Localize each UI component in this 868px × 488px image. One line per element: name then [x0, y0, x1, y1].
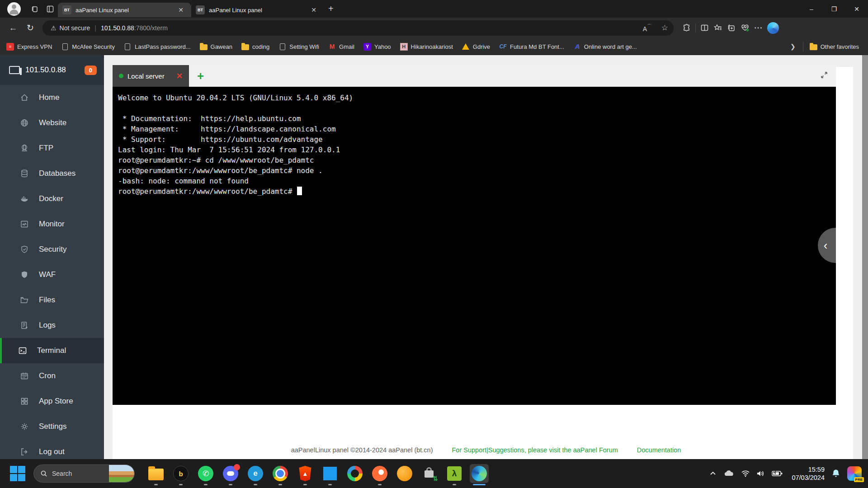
- logs-icon: [20, 321, 29, 330]
- documentation-link[interactable]: Documentation: [637, 446, 681, 454]
- favorite-star-icon[interactable]: ☆: [661, 23, 668, 33]
- back-button[interactable]: ←: [5, 20, 22, 36]
- chrome-icon[interactable]: [271, 464, 290, 483]
- postman-icon[interactable]: [370, 464, 389, 483]
- server-header[interactable]: 101.50.0.88 0: [0, 55, 104, 85]
- taskbar-clock[interactable]: 15:59 07/03/2024: [792, 465, 825, 482]
- bookmark-setting-wifi[interactable]: Setting Wifi: [278, 43, 319, 51]
- browser-scrollbar-thumb[interactable]: [862, 55, 868, 459]
- file-explorer-icon[interactable]: [146, 464, 165, 483]
- url-path: :7800/xterm: [134, 24, 168, 32]
- vertical-tabs-icon[interactable]: [42, 2, 58, 16]
- copilot-icon[interactable]: [767, 22, 779, 34]
- bookmark-expressvpn[interactable]: ≡Express VPN: [6, 43, 52, 51]
- lambda-doc-app-icon[interactable]: λ: [445, 464, 464, 483]
- collections-icon[interactable]: [725, 21, 738, 35]
- minimize-button[interactable]: –: [800, 0, 823, 18]
- taskbar-search[interactable]: Search: [33, 465, 135, 483]
- sidebar-item-files[interactable]: Files: [0, 287, 104, 313]
- bookmark-mcafee[interactable]: McAfee Security: [61, 43, 115, 51]
- volume-icon[interactable]: [756, 470, 765, 477]
- folder-icon: [241, 44, 249, 50]
- terminal-screen[interactable]: Welcome to Ubuntu 20.04.2 LTS (GNU/Linux…: [113, 87, 836, 405]
- sidebar-item-website[interactable]: Website: [0, 110, 104, 136]
- wifi-icon[interactable]: [741, 470, 750, 477]
- edge-icon[interactable]: [470, 464, 489, 483]
- sidebar-item-logout[interactable]: Log out: [0, 439, 104, 459]
- terminal-tab-strip: Local server ✕ +: [113, 65, 836, 87]
- bookmark-coding-folder[interactable]: coding: [241, 43, 269, 51]
- bookmark-wordart[interactable]: AOnline word art ge...: [573, 43, 637, 51]
- sidebar-item-home[interactable]: Home: [0, 85, 104, 110]
- sidebar-item-monitor[interactable]: Monitor: [0, 211, 104, 237]
- bing-daily-image[interactable]: [109, 465, 134, 482]
- profile-avatar[interactable]: [7, 2, 21, 16]
- bookmark-gmail[interactable]: MGmail: [328, 43, 354, 51]
- copilot-pre-icon[interactable]: PRE: [847, 466, 862, 481]
- bookmark-lastpass[interactable]: LastPass password...: [124, 43, 191, 51]
- browser-scrollbar-track[interactable]: [860, 55, 868, 459]
- sidebar-item-ftp[interactable]: FTP: [0, 136, 104, 161]
- whatsapp-icon[interactable]: ✆: [196, 464, 215, 483]
- sidebar-item-cron[interactable]: Cron: [0, 363, 104, 389]
- fullscreen-expand-icon[interactable]: [820, 70, 829, 81]
- tab-aapanel-2[interactable]: BT aaPanel Linux panel ✕: [191, 3, 324, 17]
- browser-essentials-icon[interactable]: [738, 21, 752, 35]
- bookmarks-overflow-chevron[interactable]: ❯: [790, 43, 796, 50]
- page-icon: [62, 43, 68, 50]
- taskbar-apps: b ✆ e ▲ ⇅ λ: [146, 464, 489, 483]
- onedrive-icon[interactable]: [723, 469, 735, 478]
- other-favorites[interactable]: Other favorites: [810, 43, 859, 51]
- settings-menu-dots[interactable]: ···: [752, 21, 765, 35]
- extensions-icon[interactable]: [680, 21, 693, 35]
- vscode-icon[interactable]: [321, 464, 340, 483]
- add-terminal-button[interactable]: +: [197, 69, 204, 83]
- close-button[interactable]: ✕: [845, 0, 868, 18]
- bookmark-gawean-folder[interactable]: Gawean: [200, 43, 232, 51]
- sidebar-item-docker[interactable]: Docker: [0, 186, 104, 211]
- brave-icon[interactable]: ▲: [296, 464, 315, 483]
- workspaces-icon[interactable]: [27, 2, 42, 16]
- orange-app-icon[interactable]: [395, 464, 414, 483]
- shield-icon: [20, 270, 29, 279]
- pgadmin-elephant-icon[interactable]: e: [246, 464, 265, 483]
- battery-icon[interactable]: [772, 470, 783, 477]
- refresh-button[interactable]: ↻: [22, 20, 39, 36]
- sidebar-item-waf[interactable]: WAF: [0, 262, 104, 287]
- navicat-icon[interactable]: [345, 464, 364, 483]
- sidebar-item-databases[interactable]: Databases: [0, 161, 104, 186]
- sidebar-item-settings[interactable]: Settings: [0, 414, 104, 439]
- terminal-tab-close-icon[interactable]: ✕: [176, 71, 183, 81]
- bookmark-yahoo[interactable]: YYahoo: [363, 43, 391, 51]
- sidebar-item-appstore[interactable]: App Store: [0, 389, 104, 414]
- tray-chevron-up-icon[interactable]: [709, 470, 717, 477]
- tab-close-icon[interactable]: ✕: [175, 5, 186, 14]
- folder-icon: [20, 296, 29, 305]
- winscp-icon[interactable]: ⇅: [420, 464, 439, 483]
- support-forum-link[interactable]: For Support|Suggestions, please visit th…: [452, 446, 618, 454]
- sidebar-item-logs[interactable]: Logs: [0, 313, 104, 338]
- discord-icon[interactable]: [221, 464, 240, 483]
- bookmark-futura-font[interactable]: CFFutura Md BT Font...: [499, 43, 564, 51]
- terminal-tab-local-server[interactable]: Local server ✕: [113, 65, 189, 87]
- bookmark-hikarinoakariost[interactable]: HHikarinoakariost: [400, 43, 453, 51]
- sidebar-item-terminal[interactable]: Terminal: [0, 338, 104, 363]
- restore-button[interactable]: ❐: [823, 0, 845, 18]
- read-aloud-icon[interactable]: A⌒: [643, 23, 652, 33]
- notifications-bell-icon[interactable]: [831, 469, 841, 479]
- bee-app-icon[interactable]: b: [171, 464, 190, 483]
- tab-aapanel-1[interactable]: BT aaPanel Linux panel ✕: [58, 3, 191, 17]
- sidebar-item-security[interactable]: Security: [0, 237, 104, 262]
- window-controls: – ❐ ✕: [800, 0, 868, 18]
- bookmark-gdrive[interactable]: Gdrive: [462, 43, 490, 51]
- start-button[interactable]: [10, 466, 25, 481]
- new-tab-button[interactable]: +: [328, 4, 334, 14]
- split-screen-icon[interactable]: [698, 21, 711, 35]
- favorites-list-icon[interactable]: [711, 21, 725, 35]
- tab-close-icon[interactable]: ✕: [308, 5, 319, 14]
- terminal-line: Last login: Thu Mar 7 15:56:51 2024 from…: [118, 145, 836, 155]
- terminal-line: root@perumdamtkr:~# cd /www/wwwroot/be_p…: [118, 155, 836, 165]
- collapse-panel-handle[interactable]: ‹: [818, 228, 836, 263]
- address-bar[interactable]: ⚠ Not secure | 101.50.0.88 :7800/xterm A…: [42, 20, 674, 36]
- terminal-line: root@perumdamtkr:/www/wwwroot/be_pdamtc#…: [118, 165, 836, 176]
